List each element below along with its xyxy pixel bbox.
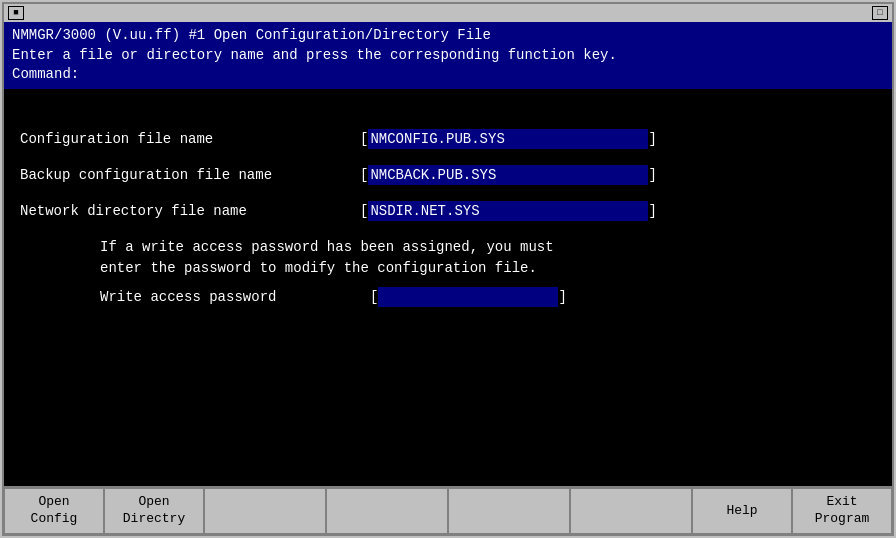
network-field-wrapper: [ ] xyxy=(360,201,657,221)
info-line1: If a write access password has been assi… xyxy=(100,237,876,258)
title-bar-right: □ xyxy=(872,6,888,20)
backup-field-row: Backup configuration file name [ ] xyxy=(20,165,876,185)
config-bracket-left: [ xyxy=(360,131,368,147)
network-bracket-left: [ xyxy=(360,203,368,219)
main-window: ■ □ NMMGR/3000 (V.uu.ff) #1 Open Configu… xyxy=(2,2,894,536)
backup-label: Backup configuration file name xyxy=(20,167,360,183)
header-line1: NMMGR/3000 (V.uu.ff) #1 Open Configurati… xyxy=(12,26,884,46)
info-line2: enter the password to modify the configu… xyxy=(100,258,876,279)
footer: Open Config Open Directry Help Exit Prog… xyxy=(4,486,892,534)
header-section: NMMGR/3000 (V.uu.ff) #1 Open Configurati… xyxy=(4,22,892,89)
password-field-wrapper: [ ] xyxy=(370,287,567,307)
backup-input[interactable] xyxy=(368,165,648,185)
password-bracket-left: [ xyxy=(370,289,378,305)
footer-empty-2 xyxy=(326,488,448,534)
help-button[interactable]: Help xyxy=(692,488,792,534)
password-bracket-right: ] xyxy=(558,289,566,305)
password-row: Write access password [ ] xyxy=(20,287,876,307)
maximize-button[interactable]: □ xyxy=(872,6,888,20)
config-bracket-right: ] xyxy=(648,131,656,147)
network-field-row: Network directory file name [ ] xyxy=(20,201,876,221)
system-menu-button[interactable]: ■ xyxy=(8,6,24,20)
exit-line2: Program xyxy=(815,511,870,528)
config-field-row: Configuration file name [ ] xyxy=(20,129,876,149)
backup-field-wrapper: [ ] xyxy=(360,165,657,185)
exit-line1: Exit xyxy=(826,494,857,511)
open-config-line2: Config xyxy=(31,511,78,528)
footer-empty-3 xyxy=(448,488,570,534)
open-config-line1: Open xyxy=(38,494,69,511)
open-dir-line1: Open xyxy=(138,494,169,511)
footer-empty-4 xyxy=(570,488,692,534)
config-label: Configuration file name xyxy=(20,131,360,147)
content-area: NMMGR/3000 (V.uu.ff) #1 Open Configurati… xyxy=(4,22,892,486)
network-label: Network directory file name xyxy=(20,203,360,219)
network-input[interactable] xyxy=(368,201,648,221)
header-line2: Enter a file or directory name and press… xyxy=(12,46,884,66)
open-dir-line2: Directry xyxy=(123,511,185,528)
open-config-button[interactable]: Open Config xyxy=(4,488,104,534)
info-text: If a write access password has been assi… xyxy=(20,237,876,279)
footer-empty-1 xyxy=(204,488,326,534)
password-label: Write access password xyxy=(100,289,370,305)
backup-bracket-right: ] xyxy=(648,167,656,183)
network-bracket-right: ] xyxy=(648,203,656,219)
open-directory-button[interactable]: Open Directry xyxy=(104,488,204,534)
title-bar: ■ □ xyxy=(4,4,892,22)
config-field-wrapper: [ ] xyxy=(360,129,657,149)
backup-bracket-left: [ xyxy=(360,167,368,183)
title-bar-left: ■ xyxy=(8,6,24,20)
exit-program-button[interactable]: Exit Program xyxy=(792,488,892,534)
header-line3: Command: xyxy=(12,65,884,85)
password-input[interactable] xyxy=(378,287,558,307)
help-line1: Help xyxy=(726,503,757,520)
config-input[interactable] xyxy=(368,129,648,149)
main-form: Configuration file name [ ] Backup confi… xyxy=(4,89,892,486)
